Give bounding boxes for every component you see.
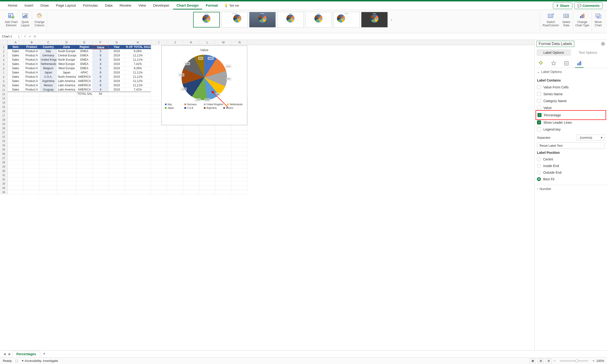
cell[interactable] [167, 160, 183, 165]
cell[interactable] [151, 169, 167, 173]
cell[interactable]: Japan [40, 71, 57, 75]
cell[interactable] [8, 105, 24, 109]
cell[interactable] [8, 160, 24, 165]
cell[interactable] [199, 182, 215, 186]
cell[interactable] [93, 117, 109, 122]
cell[interactable]: AMERICA [76, 79, 93, 83]
share-button[interactable]: ⇪ Share [553, 2, 572, 9]
col-header-H[interactable]: H [125, 40, 151, 45]
cell[interactable] [76, 96, 93, 101]
tab-chart-design[interactable]: Chart Design [173, 2, 202, 10]
cell[interactable] [57, 113, 76, 117]
cell[interactable]: EMEA [76, 49, 93, 53]
cell[interactable] [40, 109, 57, 113]
change-chart-type-button[interactable]: Change Chart Type [575, 12, 589, 27]
cell[interactable] [40, 101, 57, 105]
cell[interactable]: Product A [24, 66, 40, 71]
cell[interactable]: Mexico [40, 83, 57, 88]
cell[interactable] [199, 143, 215, 147]
cell[interactable] [151, 165, 167, 169]
row-header-3[interactable]: 3 [0, 53, 7, 58]
cell[interactable] [232, 182, 248, 186]
cell[interactable] [109, 147, 125, 152]
cell[interactable]: Product A [24, 75, 40, 79]
check-legend-key[interactable]: Legend key [537, 126, 605, 133]
tab-data[interactable]: Data [101, 2, 116, 10]
cell[interactable] [183, 147, 199, 152]
cell[interactable]: 11,11% [125, 79, 151, 83]
cell[interactable]: Product A [24, 53, 40, 58]
cell[interactable] [151, 160, 167, 165]
cell[interactable]: 6 [93, 53, 109, 58]
cell[interactable] [125, 173, 151, 177]
row-header-31[interactable]: 31 [0, 173, 7, 177]
col-header-L[interactable]: L [199, 40, 215, 45]
cell[interactable] [109, 160, 125, 165]
sheet-nav-next[interactable]: ▶ [7, 352, 12, 356]
cell[interactable] [40, 122, 57, 126]
cell[interactable] [215, 152, 232, 156]
cell[interactable] [125, 113, 151, 117]
col-header-M[interactable]: M [215, 40, 232, 45]
cell[interactable] [8, 173, 24, 177]
cell[interactable] [76, 135, 93, 139]
cell[interactable] [232, 190, 248, 194]
cell[interactable]: 6 [93, 83, 109, 88]
cell[interactable] [24, 126, 40, 130]
cell[interactable] [93, 165, 109, 169]
tab-home[interactable]: Home [4, 2, 21, 10]
cell[interactable] [125, 130, 151, 135]
cell[interactable] [76, 113, 93, 117]
row-header-34[interactable]: 34 [0, 186, 7, 190]
cell[interactable] [109, 126, 125, 130]
col-header-F[interactable]: F [93, 40, 109, 45]
cell[interactable] [232, 165, 248, 169]
tab-formulas[interactable]: Formulas [80, 2, 102, 10]
cell[interactable]: 2019 [109, 53, 125, 58]
cell[interactable] [93, 186, 109, 190]
cell[interactable] [24, 117, 40, 122]
row-header-6[interactable]: 6 [0, 66, 7, 71]
cell[interactable] [57, 122, 76, 126]
cell[interactable] [125, 147, 151, 152]
cell[interactable] [199, 186, 215, 190]
cell[interactable]: Sales [8, 66, 24, 71]
cell[interactable] [232, 126, 248, 130]
cell[interactable] [183, 182, 199, 186]
cell[interactable]: 5 [93, 66, 109, 71]
cell[interactable] [167, 130, 183, 135]
cell[interactable]: Product A [24, 88, 40, 92]
cell[interactable]: Central Europe [57, 53, 76, 58]
cell[interactable] [93, 135, 109, 139]
cell[interactable] [151, 139, 167, 143]
cell[interactable] [93, 130, 109, 135]
col-header-N[interactable]: N [232, 40, 248, 45]
cell[interactable] [109, 117, 125, 122]
cell[interactable] [125, 152, 151, 156]
cell[interactable] [151, 156, 167, 160]
cell[interactable] [57, 96, 76, 101]
cell[interactable] [8, 152, 24, 156]
cell[interactable] [8, 147, 24, 152]
number-section-toggle[interactable]: › Number [535, 185, 607, 193]
cell[interactable] [199, 160, 215, 165]
cell[interactable] [125, 190, 151, 194]
cell[interactable] [24, 156, 40, 160]
cell[interactable] [232, 135, 248, 139]
label-options-tab[interactable]: Label Options [537, 49, 571, 56]
cell[interactable] [8, 109, 24, 113]
cell[interactable] [167, 135, 183, 139]
cell[interactable] [93, 152, 109, 156]
accessibility-status[interactable]: ✦ Accessibility: Investigate [21, 359, 58, 363]
cell[interactable] [8, 122, 24, 126]
cell[interactable] [167, 173, 183, 177]
cell[interactable] [8, 182, 24, 186]
tab-format[interactable]: Format [202, 2, 221, 10]
cell[interactable]: 9,26% [125, 66, 151, 71]
cell[interactable]: Japan [57, 71, 76, 75]
cell[interactable] [199, 126, 215, 130]
cell[interactable] [109, 165, 125, 169]
cell[interactable] [24, 186, 40, 190]
chart-style-1[interactable]: Value [193, 12, 220, 27]
add-sheet-button[interactable]: + [40, 351, 48, 356]
